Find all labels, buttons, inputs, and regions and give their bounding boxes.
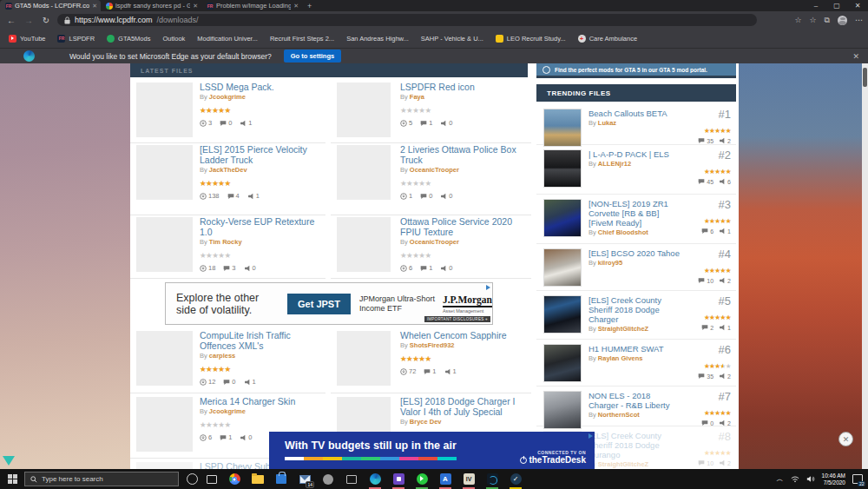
- action-center-icon[interactable]: 22: [852, 474, 863, 484]
- file-author-link[interactable]: Jcookgrime: [209, 93, 246, 101]
- file-title-link[interactable]: LSSD Mega Pack.: [200, 82, 322, 92]
- taskbar-app-window-app[interactable]: [345, 472, 358, 486]
- volume-icon[interactable]: [806, 475, 815, 483]
- trending-item-3[interactable]: [NON-ELS] 2019 ZR1 Corvette [RB & BB] [F…: [536, 195, 736, 244]
- file-card[interactable]: LSPDFR Red iconBy Faya★★★★★★★★★★510: [331, 81, 531, 143]
- file-title-link[interactable]: [ELS] 2015 Pierce Velocity Ladder Truck: [200, 144, 322, 165]
- bookmark-gta5mods[interactable]: GTA5Mods: [107, 35, 150, 43]
- privacy-triangle-icon[interactable]: [3, 456, 15, 466]
- bookmark-leo-recruit-study-[interactable]: LEO Recruit Study...: [496, 35, 566, 43]
- file-card[interactable]: Ottawa Police Service 2020 FPIU TextureB…: [331, 215, 531, 279]
- scrollbar-thumb[interactable]: [863, 68, 867, 87]
- trending-thumbnail[interactable]: [543, 344, 582, 382]
- tradedesk-ad-banner[interactable]: With TV budgets still up in the air CONN…: [269, 432, 595, 469]
- browser-tab-2[interactable]: FRProblem w/Image Loading - We✕: [201, 0, 302, 11]
- file-card[interactable]: 2 Liveries Ottawa Police Box TruckBy Oce…: [331, 143, 531, 215]
- trending-thumbnail[interactable]: [543, 149, 582, 188]
- trending-title-link[interactable]: Beach Callouts BETA: [589, 109, 681, 118]
- cortana-icon[interactable]: [187, 473, 198, 485]
- file-title-link[interactable]: Ottawa Police Service 2020 FPIU Texture: [400, 216, 528, 237]
- trending-title-link[interactable]: H1 HUMMER SWAT: [589, 344, 681, 354]
- file-title-link[interactable]: CompuLite Irish Traffic Offences XML's: [200, 330, 322, 351]
- file-thumbnail[interactable]: [136, 217, 193, 272]
- taskbar-app-file-explorer[interactable]: [251, 472, 265, 486]
- taskbar-app-edge[interactable]: [368, 472, 382, 486]
- trending-title-link[interactable]: NON ELS - 2018 Charger - R&B Liberty: [589, 391, 681, 410]
- file-author-link[interactable]: OceanicTrooper: [410, 238, 459, 246]
- file-card[interactable]: [ELS] 2015 Pierce Velocity Ladder TruckB…: [130, 143, 326, 215]
- file-author-link[interactable]: OceanicTrooper: [410, 166, 459, 174]
- trending-author-link[interactable]: StraightGlitcheZ: [598, 460, 648, 468]
- task-view-icon[interactable]: [207, 475, 217, 484]
- file-card[interactable]: LSSD Mega Pack.By Jcookgrime★★★★★★★★★★30…: [130, 81, 326, 143]
- settings-menu-icon[interactable]: ⋯: [855, 16, 863, 24]
- trending-author-link[interactable]: Raylan Givens: [598, 354, 643, 362]
- trending-title-link[interactable]: [ELS] Creek County Sheriff 2018 Dodge Ch…: [589, 295, 681, 324]
- file-author-link[interactable]: Jcookgrime: [209, 407, 246, 415]
- file-title-link[interactable]: [ELS] 2018 Dodge Charger I Valor I 4th o…: [400, 396, 528, 417]
- trending-thumbnail[interactable]: [543, 391, 582, 429]
- browser-tab-1[interactable]: lspdfr sandy shores pd - Google✕: [101, 0, 201, 11]
- taskbar-clock[interactable]: 10:46 AM 7/5/2020: [822, 472, 845, 486]
- bookmark-san-andreas-highw-[interactable]: San Andreas Highw...: [346, 35, 409, 43]
- trending-title-link[interactable]: [ELS] BCSO 2020 Tahoe: [589, 248, 681, 258]
- new-tab-button[interactable]: +: [302, 0, 317, 11]
- file-card[interactable]: CompuLite Irish Traffic Offences XML'sBy…: [130, 329, 326, 393]
- tab-close-icon[interactable]: ✕: [193, 3, 198, 10]
- taskbar-app-microsoft-store[interactable]: [274, 472, 288, 486]
- browser-tab-0[interactable]: FRGTA5 Mods - LCPDFR.com✕: [0, 0, 101, 11]
- tab-close-icon[interactable]: ✕: [293, 3, 299, 10]
- back-icon[interactable]: ←: [5, 16, 17, 25]
- trending-item-4[interactable]: [ELS] BCSO 2020 TahoeBy kilroy95#4★★★★★★…: [536, 244, 736, 291]
- bookmark-sahp-vehicle-u-[interactable]: SAHP - Vehicle & U...: [421, 35, 483, 43]
- bookmark-care-ambulance[interactable]: Care Ambulance: [578, 35, 637, 43]
- trending-thumbnail[interactable]: [543, 295, 582, 334]
- trending-author-link[interactable]: kilroy95: [598, 259, 622, 267]
- collections-icon[interactable]: ⧉: [825, 16, 830, 25]
- adchoices-icon[interactable]: [486, 285, 490, 290]
- trending-item-6[interactable]: H1 HUMMER SWATBy Raylan Givens#6★★★★★★★★…: [536, 340, 736, 387]
- ad-disclosures[interactable]: IMPORTANT DISCLOSURES +: [424, 316, 490, 322]
- network-icon[interactable]: [791, 475, 799, 483]
- file-author-link[interactable]: JackTheDev: [209, 166, 247, 174]
- forward-icon[interactable]: →: [23, 16, 35, 25]
- taskbar-app-green-app[interactable]: [415, 472, 429, 486]
- trending-title-link[interactable]: [NON-ELS] 2019 ZR1 Corvette [RB & BB] [F…: [589, 199, 681, 228]
- file-card[interactable]: Rocky-Verse EUP Retexture 1.0By Tim Rock…: [130, 215, 326, 279]
- minimize-button[interactable]: –: [806, 0, 826, 11]
- trending-author-link[interactable]: Chief Bloodshot: [598, 228, 648, 236]
- trending-author-link[interactable]: Lukaz: [598, 119, 616, 127]
- page-scrollbar[interactable]: [862, 63, 868, 469]
- go-to-settings-button[interactable]: Go to settings: [284, 50, 341, 63]
- favorites-bar-icon[interactable]: ☆: [809, 16, 816, 24]
- adchoices-icon[interactable]: [589, 433, 593, 439]
- file-author-link[interactable]: Faya: [410, 93, 424, 101]
- start-button[interactable]: [0, 469, 24, 489]
- file-title-link[interactable]: Merica 14 Charger Skin: [200, 396, 322, 406]
- trending-item-7[interactable]: NON ELS - 2018 Charger - R&B LibertyBy N…: [536, 387, 736, 426]
- file-thumbnail[interactable]: [337, 331, 391, 386]
- show-hidden-icons[interactable]: ︿: [777, 474, 784, 484]
- ad-close-button[interactable]: ✕: [838, 432, 853, 446]
- favorite-star-icon[interactable]: ☆: [794, 16, 801, 24]
- bookmark-youtube[interactable]: YouTube: [9, 35, 45, 43]
- taskbar-app-gta-iv[interactable]: IV: [462, 472, 476, 486]
- maximize-button[interactable]: ▢: [826, 0, 847, 11]
- gta5-promo-banner[interactable]: Find the perfect mods for GTA 5 in our G…: [536, 63, 736, 78]
- file-thumbnail[interactable]: [337, 217, 391, 272]
- taskbar-app-chrome[interactable]: [227, 472, 241, 486]
- trending-thumbnail[interactable]: [543, 248, 582, 287]
- file-author-link[interactable]: Tim Rocky: [209, 238, 242, 246]
- tab-close-icon[interactable]: ✕: [92, 3, 97, 10]
- file-title-link[interactable]: 2 Liveries Ottawa Police Box Truck: [400, 144, 528, 165]
- trending-title-link[interactable]: | L-A-P-D PACK | ELS: [589, 149, 681, 159]
- file-thumbnail[interactable]: [337, 83, 391, 137]
- file-author-link[interactable]: Bryce Dev: [410, 418, 442, 426]
- file-title-link[interactable]: Whelen Cencom Sapphire: [400, 330, 528, 340]
- file-thumbnail[interactable]: [136, 331, 193, 386]
- file-thumbnail[interactable]: [136, 83, 193, 137]
- file-thumbnail[interactable]: [337, 145, 391, 200]
- trending-author-link[interactable]: NorthernScot: [598, 411, 640, 419]
- profile-avatar[interactable]: [838, 16, 847, 25]
- bookmark-outlook[interactable]: Outlook: [162, 35, 185, 43]
